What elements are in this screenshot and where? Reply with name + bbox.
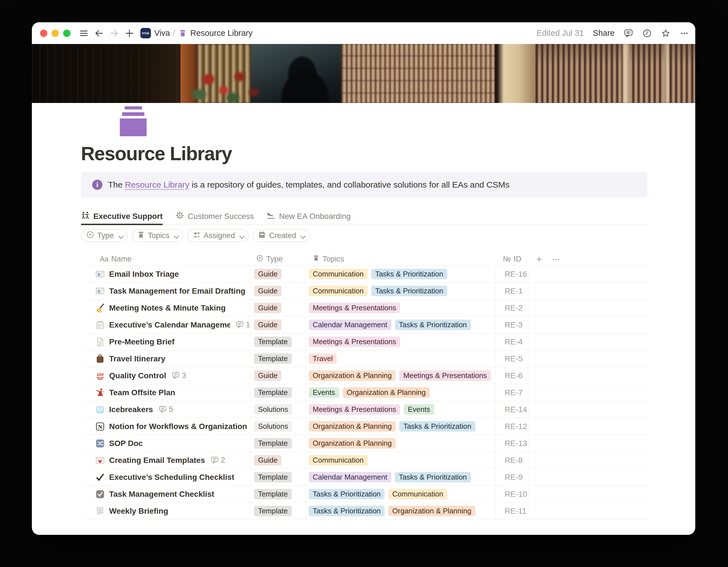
id-cell[interactable]: RE-16: [496, 266, 528, 282]
id-cell[interactable]: RE-2: [496, 300, 528, 316]
favorite-star-icon[interactable]: [661, 28, 670, 38]
tab-executive-support[interactable]: Executive Support: [81, 209, 163, 224]
comments-icon[interactable]: [624, 28, 633, 38]
name-cell[interactable]: E Email Inbox Triage: [85, 266, 250, 282]
topics-cell[interactable]: Travel: [306, 350, 496, 367]
topic-tag: Tasks & Prioritization: [309, 489, 385, 499]
id-cell[interactable]: RE-8: [496, 452, 528, 469]
type-tag: Guide: [254, 455, 281, 466]
name-cell[interactable]: Executive’s Scheduling Checklist: [85, 469, 250, 486]
name-cell[interactable]: Pre-Meeting Brief: [85, 334, 250, 350]
id-cell[interactable]: RE-13: [496, 435, 528, 452]
name-cell[interactable]: N Notion for Workflows & Organization: [85, 418, 250, 435]
cover-flowers: [186, 61, 271, 103]
checkbox-icon: [95, 489, 105, 499]
page-title[interactable]: Resource Library: [81, 142, 232, 164]
column-header-topics[interactable]: Topics: [306, 254, 496, 264]
history-icon[interactable]: [642, 28, 652, 38]
topics-cell[interactable]: Meetings & Presentations: [306, 300, 496, 316]
name-cell[interactable]: Task Management Checklist: [85, 486, 250, 502]
topics-cell[interactable]: Organization & Planning: [306, 435, 496, 452]
name-cell[interactable]: Executive’s Calendar Management 1: [85, 317, 250, 333]
topics-cell[interactable]: EventsOrganization & Planning: [306, 384, 496, 401]
id-cell[interactable]: RE-4: [496, 334, 528, 350]
type-cell[interactable]: Template: [250, 350, 306, 367]
filter-type[interactable]: Type: [81, 229, 128, 242]
filter-topics[interactable]: Topics: [132, 229, 184, 242]
type-cell[interactable]: Template: [250, 469, 306, 486]
breadcrumb-page[interactable]: Resource Library: [190, 28, 253, 38]
type-cell[interactable]: Guide: [250, 367, 306, 384]
comment-count[interactable]: 5: [159, 405, 173, 414]
id-cell[interactable]: RE-7: [496, 384, 528, 401]
type-cell[interactable]: Solutions: [250, 418, 306, 435]
topics-cell[interactable]: Meetings & PresentationsEvents: [306, 401, 496, 418]
close-window-button[interactable]: [40, 30, 47, 37]
name-cell[interactable]: Travel Itinerary: [85, 350, 250, 367]
topics-cell[interactable]: CommunicationTasks & Prioritization: [306, 282, 496, 299]
column-header-name[interactable]: Aa Name: [85, 255, 250, 263]
comment-count[interactable]: 1: [236, 321, 250, 329]
type-cell[interactable]: Guide: [250, 266, 306, 282]
share-button[interactable]: Share: [593, 28, 615, 38]
id-cell[interactable]: RE-6: [496, 367, 528, 384]
tab-new-ea-onboarding[interactable]: New EA Onboarding: [267, 209, 351, 224]
topics-cell[interactable]: Calendar ManagementTasks & Prioritizatio…: [306, 469, 496, 486]
name-cell[interactable]: Creating Email Templates 2: [85, 452, 250, 469]
filter-assigned[interactable]: Assigned: [187, 229, 249, 242]
type-cell[interactable]: Guide: [250, 282, 306, 299]
comment-count[interactable]: 2: [211, 456, 225, 465]
name-cell[interactable]: Weekly Briefing: [85, 503, 250, 519]
name-cell[interactable]: Meeting Notes & Minute Taking: [85, 300, 250, 316]
name-cell[interactable]: E Task Management for Email Drafting: [85, 282, 250, 299]
comment-count[interactable]: 3: [172, 371, 186, 380]
id-cell[interactable]: RE-5: [496, 350, 528, 367]
name-cell[interactable]: Icebreakers 5: [85, 401, 250, 418]
new-page-icon[interactable]: [125, 28, 134, 38]
id-cell[interactable]: RE-11: [496, 503, 528, 519]
topics-cell[interactable]: Organization & PlanningMeetings & Presen…: [306, 367, 496, 384]
id-cell[interactable]: RE-1: [496, 282, 528, 299]
type-cell[interactable]: Guide: [250, 452, 306, 469]
breadcrumb-workspace[interactable]: Viva: [154, 28, 170, 38]
id-cell[interactable]: RE-3: [496, 317, 528, 333]
id-cell[interactable]: RE-10: [496, 486, 528, 502]
type-cell[interactable]: Template: [250, 334, 306, 350]
name-cell[interactable]: 100 Quality Control 3: [85, 367, 250, 384]
page-archive-icon[interactable]: [120, 106, 147, 136]
topics-cell[interactable]: Organization & PlanningTasks & Prioritiz…: [306, 418, 496, 435]
id-cell[interactable]: RE-9: [496, 469, 528, 486]
workspace-logo[interactable]: VIVA: [140, 28, 151, 38]
add-column-button[interactable]: +: [536, 253, 542, 264]
filter-created[interactable]: Created: [253, 229, 310, 242]
sidebar-menu-icon[interactable]: [79, 28, 89, 38]
type-cell[interactable]: Template: [250, 384, 306, 401]
callout-page-link[interactable]: Resource Library: [125, 180, 189, 189]
type-cell[interactable]: Solutions: [250, 401, 306, 418]
topics-cell[interactable]: CommunicationTasks & Prioritization: [306, 266, 496, 282]
topics-cell[interactable]: Meetings & Presentations: [306, 334, 496, 350]
id-cell[interactable]: RE-14: [496, 401, 528, 418]
zoom-window-button[interactable]: [63, 30, 70, 37]
name-cell[interactable]: SOP Doc: [85, 435, 250, 452]
column-header-id[interactable]: № ID: [496, 255, 528, 263]
topics-cell[interactable]: Calendar ManagementTasks & Prioritizatio…: [306, 317, 496, 333]
tab-customer-success[interactable]: Customer Success: [175, 209, 254, 224]
topics-cell[interactable]: Communication: [306, 452, 496, 469]
table-more-icon[interactable]: ⋯: [552, 254, 561, 264]
name-cell[interactable]: Team Offsite Plan: [85, 384, 250, 401]
column-header-type[interactable]: Type: [250, 254, 306, 264]
more-options-icon[interactable]: [680, 28, 689, 38]
type-cell[interactable]: Guide: [250, 300, 306, 316]
type-cell[interactable]: Template: [250, 486, 306, 502]
id-cell[interactable]: RE-12: [496, 418, 528, 435]
topics-cell[interactable]: Tasks & PrioritizationCommunication: [306, 486, 496, 502]
minimize-window-button[interactable]: [52, 30, 59, 37]
type-cell[interactable]: Template: [250, 503, 306, 519]
topics-cell[interactable]: Tasks & PrioritizationOrganization & Pla…: [306, 503, 496, 519]
type-cell[interactable]: Guide: [250, 317, 306, 333]
type-cell[interactable]: Template: [250, 435, 306, 452]
forward-icon[interactable]: [109, 28, 119, 38]
empty-cell: [528, 486, 648, 502]
back-icon[interactable]: [94, 28, 104, 38]
